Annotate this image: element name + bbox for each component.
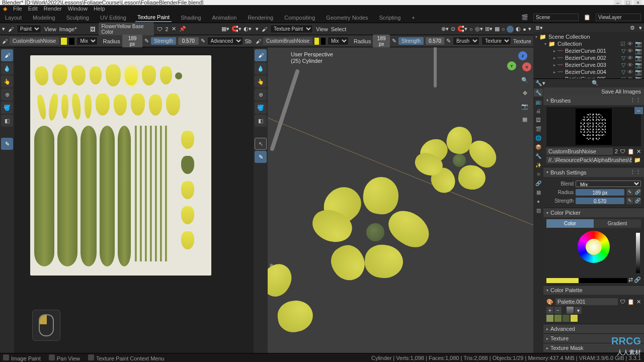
brush-path-field[interactable]: //..\ResourcePack\AlphaBrushes\BrushAlph… bbox=[546, 156, 632, 163]
brush-preview[interactable] bbox=[576, 109, 612, 145]
blend-select[interactable]: Mix bbox=[76, 37, 98, 45]
brush-name[interactable]: CustomBrushNoise bbox=[10, 37, 59, 45]
tool-annotate[interactable]: ✎ bbox=[1, 138, 13, 150]
maximize-button[interactable]: □ bbox=[624, 0, 632, 5]
strength-field[interactable]: 0.570 bbox=[576, 198, 624, 204]
brush-enlarge-icon[interactable]: ↔ bbox=[634, 107, 643, 114]
radius-field[interactable]: 189 px bbox=[576, 189, 624, 196]
brush-icon[interactable]: 🖌 bbox=[256, 38, 261, 44]
palette-remove[interactable]: − bbox=[554, 307, 561, 314]
properties-editor-icon[interactable]: 🔧▾ bbox=[535, 80, 545, 86]
radius-input[interactable]: 189 px bbox=[122, 35, 143, 48]
palette-name-field[interactable]: Palette.001 bbox=[555, 298, 618, 305]
pressure-icon[interactable]: ✎ bbox=[626, 189, 633, 196]
outliner-item[interactable]: ▸〰BezierCurve.005▽👁📷 bbox=[535, 75, 642, 79]
shading-dropdown[interactable]: ▾ bbox=[528, 26, 531, 32]
menu-window[interactable]: Window bbox=[68, 6, 88, 12]
tool-mask[interactable]: ◧ bbox=[255, 115, 267, 127]
mode-select[interactable]: Paint bbox=[17, 25, 41, 33]
palette-color[interactable] bbox=[546, 315, 553, 322]
brush-unlink-icon[interactable]: ✕ bbox=[636, 148, 641, 155]
tool-draw[interactable]: 🖌 bbox=[255, 49, 267, 61]
blend-select[interactable]: Mix bbox=[328, 37, 349, 45]
ws-animation[interactable]: Animation bbox=[210, 14, 239, 22]
tool-clone[interactable]: ⊕ bbox=[1, 88, 13, 101]
brush-settings-panel-header[interactable]: Brush Settings⋮⋮ bbox=[543, 167, 644, 177]
mode-select[interactable]: Texture Paint bbox=[270, 25, 313, 33]
close-button[interactable]: × bbox=[634, 0, 642, 5]
tool-cursor[interactable]: ↖ bbox=[255, 138, 267, 150]
outliner-item[interactable]: ▸〰BezierCurve.003▽👁📷 bbox=[535, 61, 642, 68]
tab-constraint[interactable]: 🔗 bbox=[534, 179, 543, 187]
editor-type-icon[interactable]: ▾ bbox=[256, 26, 259, 32]
snap-icon[interactable]: 🧲▾ bbox=[231, 26, 242, 32]
folder-icon[interactable]: 📁 bbox=[634, 157, 641, 163]
palette-color[interactable] bbox=[554, 315, 561, 322]
search-icon[interactable]: 🔍 bbox=[548, 80, 642, 86]
color-palette-panel-header[interactable]: Color Palette bbox=[543, 286, 644, 295]
menu-help[interactable]: Help bbox=[94, 6, 105, 12]
tab-output[interactable]: 🖨 bbox=[534, 107, 543, 115]
texture-dropdown[interactable]: Texture bbox=[481, 37, 511, 45]
search-icon[interactable]: ▾ bbox=[639, 25, 642, 31]
tab-texture[interactable]: ▨ bbox=[534, 206, 543, 214]
image-canvas-area[interactable] bbox=[14, 47, 254, 353]
tool-soften[interactable]: 💧 bbox=[255, 62, 267, 74]
scene-field[interactable] bbox=[533, 14, 579, 21]
outliner-item[interactable]: ▸〰BezierCurve.004▽👁📷 bbox=[535, 68, 642, 75]
persp-icon[interactable]: ▦ bbox=[520, 115, 529, 124]
unified-icon[interactable]: 🔗 bbox=[634, 197, 641, 204]
menu-view[interactable]: View bbox=[316, 26, 328, 32]
tab-render[interactable]: 📺 bbox=[534, 98, 543, 106]
ws-modeling[interactable]: Modeling bbox=[31, 14, 57, 22]
tab-viewlayer[interactable]: 🖼 bbox=[534, 116, 543, 124]
shield-icon[interactable]: 🛡 bbox=[157, 26, 163, 32]
tool-clone[interactable]: ⊕ bbox=[255, 88, 267, 101]
viewlayer-field[interactable] bbox=[596, 14, 641, 21]
tool-fill[interactable]: 🪣 bbox=[1, 102, 13, 114]
color-tab[interactable]: Color bbox=[546, 219, 594, 228]
filter-icon[interactable]: ⚙ bbox=[630, 25, 635, 31]
menu-render[interactable]: Render bbox=[44, 6, 62, 12]
ws-rendering[interactable]: Rendering bbox=[246, 14, 275, 22]
advanced-panel-header[interactable]: Advanced bbox=[543, 324, 644, 333]
outliner-item[interactable]: ▸〰BezierCurve.001▽👁📷 bbox=[535, 47, 642, 54]
shading-matprev[interactable]: ◐ bbox=[516, 26, 521, 32]
pressure-strength-icon[interactable]: ✎ bbox=[201, 38, 205, 44]
menu-view[interactable]: View bbox=[44, 26, 56, 32]
brush-panel-icon[interactable]: 🖌 bbox=[8, 26, 14, 32]
sb-label[interactable]: Sb bbox=[245, 38, 252, 44]
snap-toggle[interactable]: 🧲▾ bbox=[457, 26, 467, 32]
blend-select[interactable]: Mix bbox=[576, 180, 641, 187]
tool-annotate[interactable]: ✎ bbox=[255, 151, 267, 163]
image-linked-icon[interactable]: 🖼 bbox=[90, 26, 96, 32]
minimize-button[interactable]: – bbox=[614, 0, 622, 5]
menu-image[interactable]: Image* bbox=[59, 26, 77, 32]
shading-wire[interactable]: ○ bbox=[502, 26, 505, 32]
strength-input[interactable]: 0.570 bbox=[426, 37, 444, 45]
tool-draw[interactable]: 🖌 bbox=[1, 49, 13, 61]
tab-data[interactable]: ▦ bbox=[534, 188, 543, 196]
unified-color-icon[interactable]: 🔗 bbox=[634, 277, 641, 283]
ws-uvediting[interactable]: UV Editing bbox=[98, 14, 128, 22]
secondary-color[interactable] bbox=[69, 38, 75, 45]
display-channels-icon[interactable]: ◐▾ bbox=[244, 26, 252, 32]
color-value-bar[interactable] bbox=[546, 278, 627, 283]
pressure-icon[interactable]: ✎ bbox=[626, 197, 633, 204]
orientation-icon[interactable]: ⊕▾ bbox=[441, 26, 449, 32]
shading-solid[interactable] bbox=[507, 26, 514, 33]
ws-shading[interactable]: Shading bbox=[179, 14, 203, 22]
tab-material[interactable]: ● bbox=[534, 197, 543, 205]
outliner-item[interactable]: ▸〰BezierCurve.002▽👁📷 bbox=[535, 54, 642, 61]
brush-dropdown[interactable]: Brush bbox=[453, 37, 479, 45]
ws-texturepaint[interactable]: Texture Paint bbox=[135, 13, 172, 22]
menu-select[interactable]: Select bbox=[331, 26, 347, 32]
palette-color[interactable] bbox=[571, 315, 578, 322]
pivot-icon[interactable]: ⊙ bbox=[451, 26, 455, 32]
palette-sort[interactable] bbox=[567, 307, 574, 314]
tool-soften[interactable]: 💧 bbox=[1, 62, 13, 74]
brushes-panel-header[interactable]: Brushes⋮⋮ bbox=[543, 96, 644, 105]
brightness-slider[interactable] bbox=[636, 233, 640, 273]
move-icon[interactable]: ✥ bbox=[520, 88, 529, 98]
secondary-color[interactable] bbox=[321, 38, 326, 45]
